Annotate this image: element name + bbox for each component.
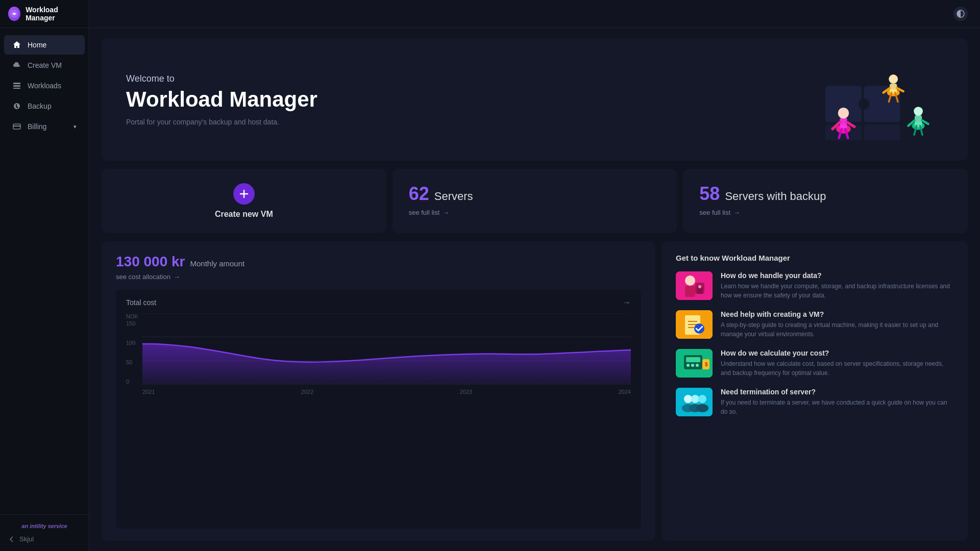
tip-title-4: Need termination of server? bbox=[721, 388, 953, 396]
svg-rect-54 bbox=[686, 357, 700, 362]
backup-label: Servers with backup bbox=[725, 190, 826, 203]
svg-rect-10 bbox=[864, 124, 900, 140]
sidebar-item-workloads[interactable]: Workloads bbox=[4, 76, 85, 95]
svg-point-61 bbox=[684, 395, 692, 403]
x-label-2022: 2022 bbox=[301, 389, 313, 395]
main-content: Welcome to Workload Manager Portal for y… bbox=[89, 0, 980, 551]
chart-header: Total cost → bbox=[126, 298, 631, 307]
servers-label: Servers bbox=[434, 190, 473, 203]
sidebar-item-home-label: Home bbox=[28, 41, 77, 49]
svg-rect-3 bbox=[13, 88, 20, 89]
tip-thumbnail-2 bbox=[676, 310, 713, 339]
footer-brand-text: an intility service bbox=[8, 523, 81, 529]
hero-title: Workload Manager bbox=[126, 87, 317, 112]
sidebar-item-create-vm[interactable]: Create VM bbox=[4, 56, 85, 75]
servers-count: 62 bbox=[409, 183, 429, 205]
backup-link[interactable]: see full list → bbox=[699, 209, 951, 216]
hero-text: Welcome to Workload Manager Portal for y… bbox=[126, 73, 317, 126]
create-vm-icon bbox=[233, 183, 255, 205]
backup-link-text: see full list bbox=[699, 209, 730, 216]
backup-icon bbox=[12, 102, 21, 111]
sidebar-item-backup-label: Backup bbox=[28, 102, 77, 110]
theme-toggle-button[interactable] bbox=[953, 7, 968, 21]
svg-point-66 bbox=[696, 404, 708, 412]
cost-amount-row: 130 000 kr Monthly amount bbox=[116, 254, 641, 270]
tip-thumbnail-3: $ bbox=[676, 349, 713, 378]
svg-point-45 bbox=[698, 285, 701, 288]
tip-item-2[interactable]: Need help with creating a VM? A step-by-… bbox=[676, 310, 953, 339]
backup-servers-card: 58 Servers with backup see full list → bbox=[683, 169, 968, 233]
sidebar-footer: an intility service Skjul bbox=[0, 514, 89, 551]
y-labels: 0 50 100 150 bbox=[126, 320, 140, 385]
stats-row: Create new VM 62 Servers see full list →… bbox=[102, 169, 968, 233]
svg-point-41 bbox=[685, 276, 695, 286]
cost-panel: 130 000 kr Monthly amount see cost alloc… bbox=[102, 241, 655, 541]
sidebar-item-backup[interactable]: Backup bbox=[4, 96, 85, 116]
svg-point-29 bbox=[914, 107, 923, 116]
y-label-100: 100 bbox=[126, 340, 140, 346]
tip-desc-2: A step-by-step guide to creating a virtu… bbox=[721, 320, 953, 339]
y-label-50: 50 bbox=[126, 359, 140, 365]
tip-content-3: How do we calculate your cost? Understan… bbox=[721, 349, 953, 378]
plus-icon bbox=[238, 188, 250, 199]
svg-point-55 bbox=[687, 364, 690, 367]
sidebar-item-billing-label: Billing bbox=[28, 122, 67, 131]
arrow-right-icon-2: → bbox=[733, 209, 740, 216]
y-label-150: 150 bbox=[126, 320, 140, 327]
create-vm-card[interactable]: Create new VM bbox=[102, 169, 386, 233]
sidebar-item-home[interactable]: Home bbox=[4, 35, 85, 55]
tip-item-1[interactable]: How do we handle your data? Learn how we… bbox=[676, 271, 953, 300]
sidebar-item-create-vm-label: Create VM bbox=[28, 61, 77, 69]
app-name: Workload Manager bbox=[26, 6, 81, 22]
x-label-2021: 2021 bbox=[142, 389, 155, 395]
sidebar-nav: Home Create VM Workloads bbox=[0, 28, 89, 514]
sidebar-item-workloads-label: Workloads bbox=[28, 82, 77, 90]
svg-rect-42 bbox=[685, 286, 695, 297]
tips-section-title: Get to know Workload Manager bbox=[676, 254, 953, 262]
svg-point-56 bbox=[691, 364, 694, 367]
workloads-icon bbox=[12, 81, 21, 90]
backup-stat: 58 Servers with backup bbox=[699, 183, 951, 205]
logo-icon bbox=[8, 7, 20, 21]
tip-content-2: Need help with creating a VM? A step-by-… bbox=[721, 310, 953, 339]
theme-icon bbox=[957, 10, 965, 18]
hero-welcome: Welcome to bbox=[126, 73, 317, 84]
cost-allocation-link[interactable]: see cost allocation → bbox=[116, 273, 641, 281]
footer-prefix: an bbox=[21, 523, 30, 529]
tip-image-3: $ bbox=[676, 349, 713, 378]
svg-rect-21 bbox=[890, 84, 897, 94]
arrow-right-icon: → bbox=[443, 209, 449, 216]
tip-title-1: How do we handle your data? bbox=[721, 271, 953, 280]
x-labels: 2021 2022 2023 2024 bbox=[142, 389, 631, 395]
cost-amount: 130 000 kr bbox=[116, 254, 185, 270]
chart-navigate-icon[interactable]: → bbox=[623, 298, 631, 307]
svg-point-22 bbox=[889, 74, 898, 84]
sidebar-item-billing[interactable]: Billing ▾ bbox=[4, 117, 85, 136]
x-label-2024: 2024 bbox=[618, 389, 630, 395]
hide-sidebar-button[interactable]: Skjul bbox=[8, 535, 81, 543]
footer-suffix: service bbox=[46, 523, 67, 529]
hero-illus-svg bbox=[780, 59, 943, 140]
tip-item-3[interactable]: $ How do we calculate your cost? Underst… bbox=[676, 349, 953, 378]
tip-thumbnail-1 bbox=[676, 271, 713, 300]
sidebar: Workload Manager Home Create VM bbox=[0, 0, 89, 551]
top-bar bbox=[89, 0, 980, 28]
svg-point-15 bbox=[838, 108, 849, 118]
tip-item-4[interactable]: Need termination of server? If you need … bbox=[676, 388, 953, 416]
svg-point-57 bbox=[696, 364, 699, 367]
hero-section: Welcome to Workload Manager Portal for y… bbox=[102, 38, 968, 161]
servers-link[interactable]: see full list → bbox=[409, 209, 661, 216]
x-label-2023: 2023 bbox=[460, 389, 472, 395]
svg-point-62 bbox=[691, 395, 699, 403]
tip-desc-3: Understand how we calculate cost, based … bbox=[721, 359, 953, 378]
svg-text:$: $ bbox=[705, 362, 708, 367]
chart-svg bbox=[142, 313, 631, 385]
svg-point-11 bbox=[859, 98, 869, 109]
cost-arrow-icon: → bbox=[174, 273, 180, 281]
hero-subtitle: Portal for your company's backup and hos… bbox=[126, 118, 317, 126]
tip-image-4 bbox=[676, 388, 713, 416]
svg-point-63 bbox=[698, 395, 706, 403]
hero-illustration bbox=[780, 59, 943, 140]
chart-title: Total cost bbox=[126, 298, 156, 307]
svg-rect-5 bbox=[13, 126, 20, 127]
